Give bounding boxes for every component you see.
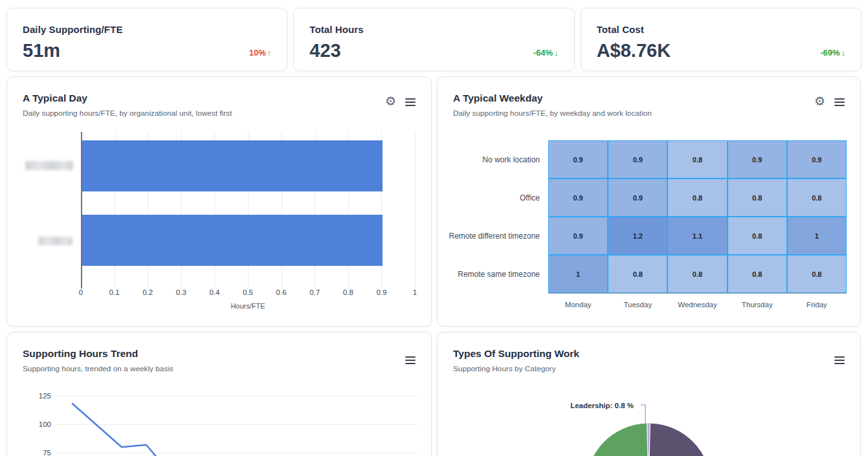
line-chart: 12510075 xyxy=(7,332,431,456)
heatmap-row-label: Remote different timezone xyxy=(438,232,540,241)
heatmap-cell[interactable]: 1 xyxy=(548,255,608,293)
kpi-delta: -64%↓ xyxy=(533,48,559,58)
x-tick-label: 0.6 xyxy=(276,288,287,296)
kpi-value: 423 xyxy=(309,40,340,61)
heatmap-column-label: Thursday xyxy=(742,301,773,309)
heatmap-column-label: Monday xyxy=(565,301,592,309)
bar[interactable] xyxy=(82,215,383,266)
kpi-row: Daily Supporting/FTE 51m 10%↑ Total Hour… xyxy=(6,8,862,71)
heatmap-cell[interactable]: 0.8 xyxy=(608,255,667,293)
heatmap-row-label: Office xyxy=(438,193,540,202)
kpi-card-daily-supporting: Daily Supporting/FTE 51m 10%↑ xyxy=(6,8,287,71)
x-tick-label: 0.5 xyxy=(243,288,253,296)
x-tick-label: 0.2 xyxy=(142,288,153,296)
heatmap-cell[interactable]: 0.8 xyxy=(728,217,787,255)
kpi-title: Total Cost xyxy=(597,24,845,35)
heatmap-column-label: Friday xyxy=(807,301,827,309)
bar-chart: 00.10.20.30.40.50.60.70.80.91Hours/FTE xyxy=(7,77,431,326)
kpi-card-total-hours: Total Hours 423 -64%↓ xyxy=(293,8,574,71)
panel-typical-weekday: A Typical Weekday Daily supporting hours… xyxy=(437,76,861,327)
bar-category-label-redacted xyxy=(38,237,72,245)
panel-typical-day: A Typical Day Daily supporting hours/FTE… xyxy=(6,76,432,327)
trend-line-svg xyxy=(7,332,432,456)
kpi-value: 51m xyxy=(23,40,60,61)
heatmap-cell[interactable]: 0.8 xyxy=(667,255,727,293)
x-tick-label: 0.3 xyxy=(176,288,186,296)
heatmap-column-label: Tuesday xyxy=(623,301,652,309)
x-tick-label: 0.4 xyxy=(209,288,219,296)
heatmap-cell[interactable]: 1 xyxy=(787,217,847,255)
kpi-card-total-cost: Total Cost A$8.76K -69%↓ xyxy=(581,8,862,71)
bar-gridline xyxy=(415,132,416,288)
bar[interactable] xyxy=(82,140,383,191)
heatmap-cell[interactable]: 0.8 xyxy=(728,179,787,217)
trend-arrow-icon: ↑ xyxy=(267,48,272,58)
heatmap-cell[interactable]: 0.8 xyxy=(728,255,787,293)
pie-callout-line xyxy=(641,405,645,424)
x-axis-title: Hours/FTE xyxy=(230,302,265,310)
pie-svg: Leadership: 0.8 % xyxy=(438,332,861,456)
pie-slice[interactable] xyxy=(649,423,711,456)
heatmap-cell[interactable]: 0.9 xyxy=(608,179,667,217)
x-tick-label: 0 xyxy=(79,288,83,296)
heatmap-cell[interactable]: 0.9 xyxy=(548,179,608,217)
kpi-value: A$8.76K xyxy=(597,40,671,61)
trend-arrow-icon: ↓ xyxy=(841,48,845,58)
heatmap-row-label: No work location xyxy=(438,155,540,164)
heatmap-chart: 0.90.90.80.90.90.90.90.80.80.80.91.21.10… xyxy=(438,77,860,326)
heatmap-cell[interactable]: 1.2 xyxy=(608,217,667,255)
bar-category-label-redacted xyxy=(25,161,73,170)
kpi-delta-value: -64% xyxy=(533,48,553,58)
heatmap-grid: 0.90.90.80.90.90.90.90.80.80.80.91.21.10… xyxy=(548,140,847,293)
kpi-title: Total Hours xyxy=(309,24,558,35)
heatmap-cell[interactable]: 1.1 xyxy=(667,217,727,255)
trend-line[interactable] xyxy=(72,404,171,456)
heatmap-cell[interactable]: 0.8 xyxy=(787,255,847,293)
kpi-title: Daily Supporting/FTE xyxy=(23,24,271,35)
heatmap-column-label: Wednesday xyxy=(678,301,717,309)
kpi-delta-value: 10% xyxy=(249,48,266,58)
trend-arrow-icon: ↓ xyxy=(554,48,559,58)
kpi-delta: 10%↑ xyxy=(249,48,272,58)
heatmap-cell[interactable]: 0.9 xyxy=(548,217,608,255)
heatmap-cell[interactable]: 0.8 xyxy=(667,179,727,217)
x-tick-label: 1 xyxy=(413,288,417,296)
heatmap-cell[interactable]: 0.8 xyxy=(667,140,727,179)
x-tick-label: 0.9 xyxy=(376,288,386,296)
panel-hours-trend: Supporting Hours Trend Supporting hours,… xyxy=(6,332,432,456)
heatmap-cell[interactable]: 0.9 xyxy=(728,140,787,179)
panel-types-of-work: Types Of Supporting Work Supporting Hour… xyxy=(437,332,861,456)
kpi-delta: -69%↓ xyxy=(820,48,845,58)
pie-callout-label: Leadership: 0.8 % xyxy=(570,402,634,409)
heatmap-cell[interactable]: 0.8 xyxy=(787,179,847,217)
kpi-delta-value: -69% xyxy=(820,48,840,58)
heatmap-cell[interactable]: 0.9 xyxy=(608,140,667,179)
pie-chart: Leadership: 0.8 % xyxy=(438,332,860,456)
x-tick-label: 0.1 xyxy=(109,288,120,296)
x-tick-label: 0.7 xyxy=(309,288,320,296)
heatmap-axis-line xyxy=(548,293,847,294)
heatmap-cell[interactable]: 0.9 xyxy=(787,140,847,179)
x-tick-label: 0.8 xyxy=(343,288,353,296)
heatmap-cell[interactable]: 0.9 xyxy=(548,140,608,179)
heatmap-row-label: Remote same timezone xyxy=(438,270,540,279)
pie-slice[interactable] xyxy=(586,423,649,456)
